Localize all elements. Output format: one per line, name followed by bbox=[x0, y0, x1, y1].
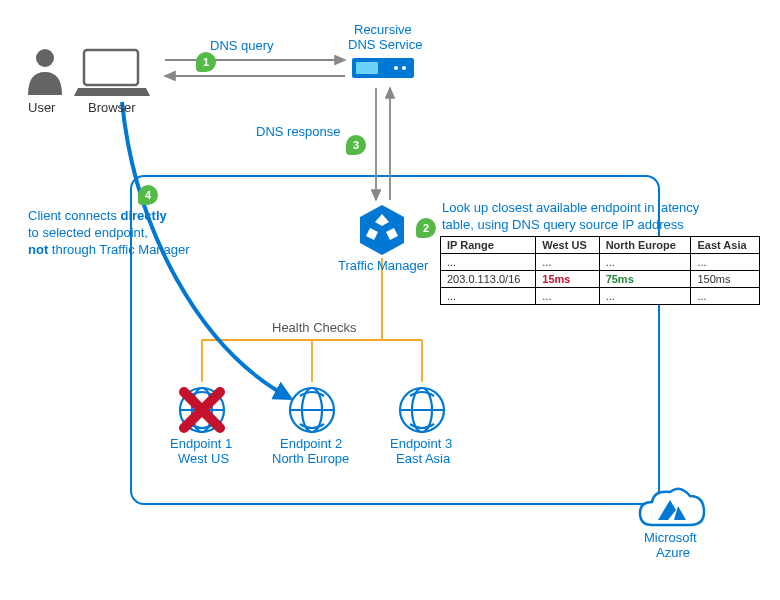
table-row: ... ... ... ... bbox=[441, 288, 760, 305]
step4-badge: 4 bbox=[138, 185, 158, 205]
svg-rect-1 bbox=[84, 50, 138, 85]
ep2-label-a: Endpoint 2 bbox=[280, 436, 342, 452]
th-ip: IP Range bbox=[441, 237, 536, 254]
step3-text: DNS response bbox=[256, 124, 341, 141]
table-header-row: IP Range West US North Europe East Asia bbox=[441, 237, 760, 254]
step4-text: Client connects directly to selected end… bbox=[28, 208, 228, 259]
step3-badge: 3 bbox=[346, 135, 366, 155]
step2-badge: 2 bbox=[416, 218, 436, 238]
ep1-label-b: West US bbox=[178, 451, 229, 467]
svg-rect-2 bbox=[352, 58, 414, 78]
ep1-label-a: Endpoint 1 bbox=[170, 436, 232, 452]
step1-text: DNS query bbox=[210, 38, 274, 55]
tm-label: Traffic Manager bbox=[338, 258, 428, 274]
browser-label: Browser bbox=[88, 100, 136, 116]
step2-line1: Look up closest available endpoint in la… bbox=[442, 200, 699, 215]
azure-label-b: Azure bbox=[656, 545, 690, 561]
latency-table: IP Range West US North Europe East Asia … bbox=[440, 236, 760, 305]
latency-westus: 15ms bbox=[536, 271, 599, 288]
th-ea: East Asia bbox=[691, 237, 760, 254]
ep3-label-b: East Asia bbox=[396, 451, 450, 467]
browser-icon bbox=[74, 50, 150, 96]
ep3-label-a: Endpoint 3 bbox=[390, 436, 452, 452]
step2-text: Look up closest available endpoint in la… bbox=[442, 200, 772, 234]
th-westus: West US bbox=[536, 237, 599, 254]
svg-point-4 bbox=[394, 66, 398, 70]
svg-rect-3 bbox=[356, 62, 378, 74]
azure-label-a: Microsoft bbox=[644, 530, 697, 546]
user-icon bbox=[28, 49, 62, 95]
health-checks-label: Health Checks bbox=[272, 320, 357, 336]
user-label: User bbox=[28, 100, 55, 116]
latency-neu: 75ms bbox=[599, 271, 691, 288]
table-row: ... ... ... ... bbox=[441, 254, 760, 271]
latency-ea: 150ms bbox=[691, 271, 760, 288]
step2-line2: table, using DNS query source IP address bbox=[442, 217, 684, 232]
dns-server-icon bbox=[352, 58, 414, 78]
svg-point-5 bbox=[402, 66, 406, 70]
svg-point-0 bbox=[36, 49, 54, 67]
ep2-label-b: North Europe bbox=[272, 451, 349, 467]
dns-label-1: Recursive bbox=[354, 22, 412, 38]
dns-label-2: DNS Service bbox=[348, 37, 422, 53]
step1-badge: 1 bbox=[196, 52, 216, 72]
table-row: 203.0.113.0/16 15ms 75ms 150ms bbox=[441, 271, 760, 288]
th-neu: North Europe bbox=[599, 237, 691, 254]
